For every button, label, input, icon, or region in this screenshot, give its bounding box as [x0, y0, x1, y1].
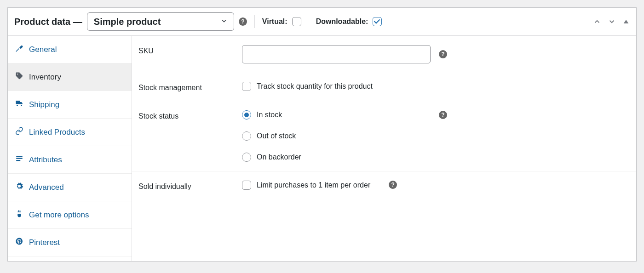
link-icon	[15, 127, 23, 137]
tab-label: General	[29, 45, 57, 54]
radio-label: In stock	[257, 111, 282, 119]
help-icon[interactable]: ?	[439, 111, 447, 119]
tab-linked-products[interactable]: Linked Products	[8, 119, 132, 146]
tab-get-more-options[interactable]: Get more options	[8, 201, 132, 229]
sold-individually-option-label: Limit purchases to 1 item per order	[257, 181, 370, 189]
tab-label: Attributes	[29, 155, 62, 165]
stock-management-checkbox[interactable]	[242, 82, 251, 91]
stock-management-row: Stock management Track stock quantity fo…	[132, 73, 636, 101]
svg-marker-0	[624, 20, 629, 23]
tab-label: Get more options	[29, 210, 89, 220]
plug-icon	[15, 210, 23, 220]
stock-status-row: Stock status In stock Out of stock	[132, 101, 636, 171]
truck-icon	[15, 99, 23, 110]
stock-management-option-label: Track stock quantity for this product	[257, 82, 373, 91]
tab-label: Shipping	[29, 100, 59, 109]
tab-pinterest[interactable]: Pinterest	[8, 229, 132, 256]
stock-status-in-stock-radio[interactable]	[242, 110, 251, 119]
panel-controls	[593, 17, 630, 26]
tab-advanced[interactable]: Advanced	[8, 174, 132, 201]
radio-label: On backorder	[257, 153, 301, 161]
svg-rect-1	[16, 156, 23, 157]
panel-title: Product data —	[14, 17, 82, 27]
toggle-panel-icon[interactable]	[622, 18, 630, 25]
stock-management-label: Stock management	[138, 82, 242, 92]
sku-row: SKU ?	[132, 36, 636, 73]
tab-content: SKU ? Stock management Track stock quant…	[132, 36, 636, 261]
downloadable-checkbox[interactable]	[373, 17, 382, 26]
downloadable-label: Downloadable:	[316, 17, 368, 26]
separator	[254, 15, 255, 28]
gear-icon	[15, 182, 23, 193]
tag-icon	[15, 72, 23, 82]
panel-tabs: General Inventory Shipping Linked Produc…	[8, 36, 132, 261]
tab-label: Advanced	[29, 183, 64, 192]
move-down-icon[interactable]	[608, 17, 616, 26]
sku-input[interactable]	[242, 45, 431, 63]
help-icon[interactable]: ?	[239, 17, 247, 26]
virtual-label: Virtual:	[262, 17, 288, 26]
stock-status-on-backorder-radio[interactable]	[242, 153, 251, 162]
list-icon	[15, 154, 23, 165]
tab-general[interactable]: General	[8, 36, 132, 63]
tab-attributes[interactable]: Attributes	[8, 146, 132, 174]
product-data-panel: Product data — Simple product ? Virtual:…	[7, 7, 637, 262]
help-icon[interactable]: ?	[389, 181, 397, 189]
sold-individually-label: Sold individually	[138, 181, 242, 191]
sold-individually-checkbox[interactable]	[242, 181, 251, 190]
tab-label: Inventory	[29, 73, 61, 82]
svg-rect-2	[16, 158, 23, 159]
tab-label: Linked Products	[29, 128, 85, 137]
virtual-checkbox[interactable]	[292, 17, 301, 26]
stock-status-out-of-stock-radio[interactable]	[242, 131, 251, 141]
sold-individually-row: Sold individually Limit purchases to 1 i…	[132, 171, 636, 200]
tab-inventory[interactable]: Inventory	[8, 63, 132, 91]
radio-label: Out of stock	[257, 132, 296, 140]
pinterest-icon	[15, 237, 23, 248]
sku-label: SKU	[138, 45, 242, 55]
wrench-icon	[15, 44, 23, 55]
svg-rect-3	[16, 160, 20, 161]
panel-header: Product data — Simple product ? Virtual:…	[8, 8, 636, 36]
product-type-select[interactable]: Simple product	[87, 12, 234, 31]
tab-label: Pinterest	[29, 238, 60, 247]
panel-body: General Inventory Shipping Linked Produc…	[8, 36, 636, 261]
tab-shipping[interactable]: Shipping	[8, 91, 132, 119]
product-type-select-wrap: Simple product	[87, 12, 234, 31]
move-up-icon[interactable]	[593, 17, 601, 26]
stock-status-label: Stock status	[138, 110, 242, 120]
help-icon[interactable]: ?	[439, 50, 447, 58]
